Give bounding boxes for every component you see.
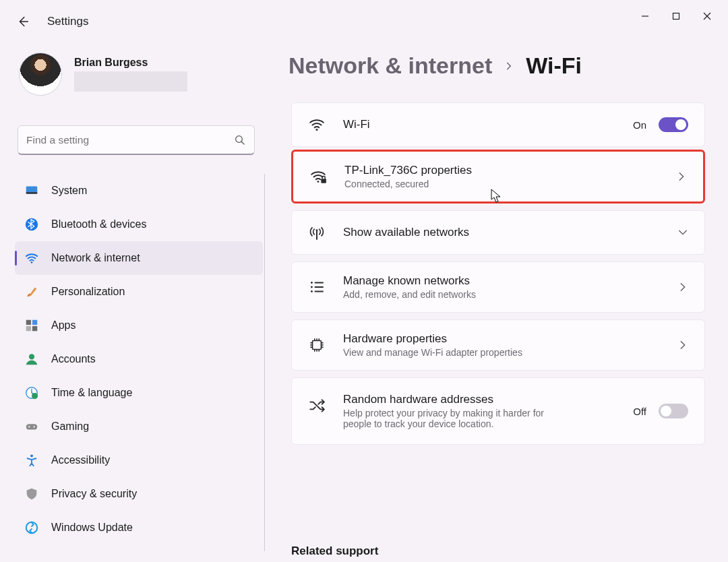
svg-point-26 bbox=[316, 229, 318, 231]
svg-line-5 bbox=[241, 142, 244, 144]
chevron-right-icon bbox=[504, 61, 514, 71]
person-icon bbox=[24, 352, 39, 367]
sidebar-item-label: Accessibility bbox=[51, 454, 110, 466]
shuffle-icon bbox=[308, 397, 326, 414]
sidebar-item-label: Accounts bbox=[51, 353, 96, 365]
antenna-icon bbox=[308, 224, 326, 241]
card-subtitle: Help protect your privacy by making it h… bbox=[343, 408, 545, 429]
sidebar-item-label: Apps bbox=[51, 319, 75, 332]
sidebar-item-apps[interactable]: Apps bbox=[15, 309, 263, 342]
sidebar-item-update[interactable]: Windows Update bbox=[15, 511, 263, 544]
svg-point-27 bbox=[311, 282, 313, 284]
sidebar-item-network[interactable]: Network & internet bbox=[15, 241, 263, 275]
sidebar-item-gaming[interactable]: Gaming bbox=[15, 410, 263, 443]
monitor-icon bbox=[24, 183, 39, 198]
random-mac-state-label: Off bbox=[633, 406, 646, 417]
chevron-right-icon bbox=[677, 282, 688, 292]
sidebar-item-accounts[interactable]: Accounts bbox=[15, 342, 263, 376]
gamepad-icon bbox=[24, 419, 39, 434]
svg-point-16 bbox=[32, 393, 38, 399]
wifi-icon bbox=[24, 251, 39, 266]
sidebar-item-label: Network & internet bbox=[51, 252, 140, 264]
search-input[interactable] bbox=[26, 134, 234, 146]
brush-icon bbox=[24, 284, 39, 299]
minimize-button[interactable] bbox=[630, 3, 661, 30]
wifi-toggle[interactable] bbox=[659, 117, 688, 132]
card-title: Show available networks bbox=[343, 226, 660, 239]
avatar[interactable] bbox=[19, 53, 62, 96]
svg-point-9 bbox=[31, 261, 33, 263]
svg-point-19 bbox=[34, 426, 35, 427]
accessibility-icon bbox=[24, 453, 39, 468]
close-button[interactable] bbox=[692, 3, 723, 30]
chip-icon bbox=[308, 336, 326, 354]
breadcrumb: Network & internet Wi-Fi bbox=[289, 53, 582, 79]
app-title: Settings bbox=[47, 15, 88, 28]
card-title: Manage known networks bbox=[343, 274, 660, 288]
user-name: Brian Burgess bbox=[74, 57, 187, 69]
card-title: TP-Link_736C properties bbox=[344, 164, 659, 177]
apps-icon bbox=[24, 318, 39, 333]
breadcrumb-parent[interactable]: Network & internet bbox=[289, 53, 492, 79]
wifi-secured-icon bbox=[309, 168, 327, 185]
wifi-state-label: On bbox=[633, 119, 646, 131]
chevron-right-icon bbox=[677, 340, 688, 350]
hardware-properties-card[interactable]: Hardware properties View and manage Wi-F… bbox=[291, 319, 705, 371]
list-icon bbox=[308, 278, 326, 296]
wifi-icon bbox=[308, 116, 326, 133]
maximize-button[interactable] bbox=[661, 3, 692, 30]
card-subtitle: Connected, secured bbox=[344, 179, 659, 189]
svg-point-28 bbox=[311, 286, 313, 288]
svg-rect-13 bbox=[32, 326, 37, 331]
card-title: Wi-Fi bbox=[343, 118, 615, 131]
sidebar-item-label: Time & language bbox=[51, 387, 132, 399]
sidebar-item-bluetooth[interactable]: Bluetooth & devices bbox=[15, 208, 263, 241]
user-email-redacted bbox=[74, 71, 187, 92]
svg-rect-12 bbox=[26, 326, 31, 331]
sidebar-item-label: Gaming bbox=[51, 420, 89, 433]
sidebar-item-time[interactable]: Time & language bbox=[15, 376, 263, 410]
card-subtitle: View and manage Wi-Fi adapter properties bbox=[343, 347, 660, 358]
update-sync-icon bbox=[24, 520, 39, 535]
back-button[interactable] bbox=[13, 12, 32, 31]
sidebar-item-label: Personalization bbox=[51, 286, 125, 298]
wifi-connection-card[interactable]: TP-Link_736C properties Connected, secur… bbox=[291, 150, 705, 204]
available-networks-card[interactable]: Show available networks bbox=[291, 210, 705, 255]
svg-rect-33 bbox=[313, 341, 322, 350]
chevron-right-icon bbox=[676, 171, 687, 182]
card-title: Hardware properties bbox=[343, 332, 660, 346]
sidebar-item-accessibility[interactable]: Accessibility bbox=[15, 443, 263, 477]
search-icon bbox=[234, 134, 246, 146]
card-subtitle: Add, remove, and edit networks bbox=[343, 289, 660, 300]
svg-rect-24 bbox=[321, 179, 326, 183]
svg-rect-1 bbox=[673, 13, 679, 20]
svg-point-18 bbox=[28, 426, 30, 427]
shield-icon bbox=[24, 487, 39, 501]
svg-point-23 bbox=[317, 181, 320, 183]
svg-rect-17 bbox=[26, 424, 38, 429]
related-support-heading: Related support bbox=[291, 544, 378, 558]
svg-point-21 bbox=[26, 522, 38, 534]
sidebar-item-personalization[interactable]: Personalization bbox=[15, 275, 263, 309]
svg-point-29 bbox=[311, 290, 313, 292]
sidebar-item-system[interactable]: System bbox=[15, 174, 263, 208]
svg-rect-10 bbox=[26, 320, 31, 325]
svg-rect-11 bbox=[32, 320, 37, 325]
sidebar-item-privacy[interactable]: Privacy & security bbox=[15, 477, 263, 511]
bluetooth-icon bbox=[24, 217, 39, 232]
nav-scrollbar[interactable] bbox=[264, 174, 265, 551]
sidebar-item-label: Bluetooth & devices bbox=[51, 218, 146, 230]
svg-rect-7 bbox=[26, 192, 38, 193]
wifi-toggle-card[interactable]: Wi-Fi On bbox=[291, 102, 705, 147]
page-title: Wi-Fi bbox=[526, 53, 582, 79]
svg-point-22 bbox=[315, 129, 317, 131]
svg-point-20 bbox=[30, 455, 33, 458]
sidebar-item-label: System bbox=[51, 185, 87, 197]
sidebar-item-label: Windows Update bbox=[51, 522, 133, 534]
sidebar-item-label: Privacy & security bbox=[51, 488, 137, 500]
search-box[interactable] bbox=[18, 125, 255, 155]
random-mac-toggle[interactable] bbox=[659, 404, 688, 418]
svg-point-14 bbox=[29, 354, 34, 359]
random-mac-card[interactable]: Random hardware addresses Help protect y… bbox=[291, 377, 705, 445]
known-networks-card[interactable]: Manage known networks Add, remove, and e… bbox=[291, 261, 705, 313]
